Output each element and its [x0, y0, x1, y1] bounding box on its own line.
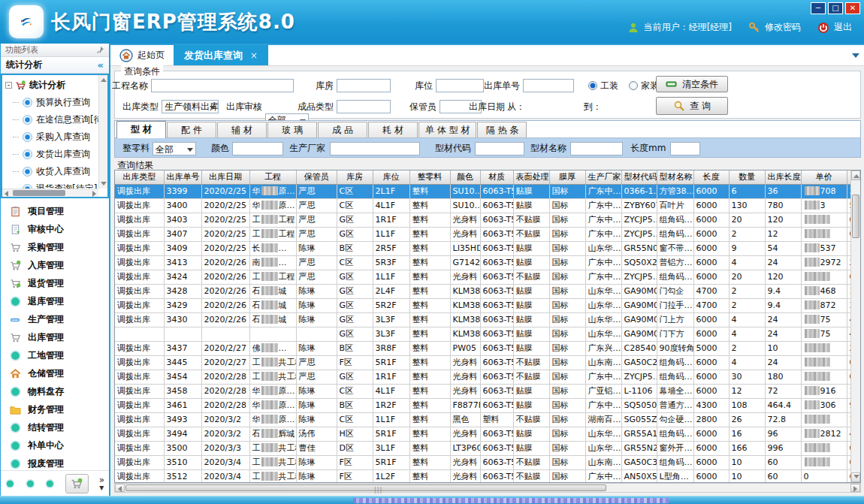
table-row[interactable]: 调拨出库34452020/2/27工共工程严思F区5R1F整料光身料6063-T… — [115, 355, 861, 370]
out-type-select[interactable]: 生产领料出库 — [162, 100, 219, 113]
column-header-color[interactable]: 颜色 — [450, 171, 480, 184]
tree-vertical-scrollbar[interactable] — [98, 75, 107, 189]
column-header-name[interactable]: 型材名称 — [657, 171, 693, 184]
table-row[interactable]: 调拨出库34942020/3/2石辉城汤伟H区5R1F整料光身料6063-T5贴… — [115, 427, 861, 441]
scroll-left-button[interactable] — [115, 484, 125, 492]
profile-code-input[interactable] — [475, 142, 524, 155]
table-row[interactable]: 调拨出库35122020/3/4工共工程陈琳F区1L2F整料光身料6063-T5… — [115, 469, 861, 483]
scroll-down-icon[interactable] — [101, 182, 107, 186]
column-header-type[interactable]: 出库类型 — [115, 171, 164, 184]
column-header-surf[interactable]: 表面处理 — [513, 171, 549, 184]
pin-icon[interactable] — [96, 46, 104, 54]
column-header-qty[interactable]: 数量 — [729, 171, 765, 184]
sidebar-item[interactable]: 补单中心 — [1, 436, 109, 454]
product-type-input[interactable] — [337, 100, 391, 113]
tree-item[interactable]: 预算执行查询 — [5, 94, 107, 111]
sidebar-item[interactable]: 生产管理 — [1, 310, 109, 328]
column-header-wh[interactable]: 库房 — [337, 171, 373, 184]
column-header-date[interactable]: 出库日期 — [201, 171, 249, 184]
column-header-project[interactable]: 工程 — [249, 171, 296, 184]
sidebar-item[interactable]: 出库管理 — [1, 328, 109, 346]
sidebar-item[interactable]: 入库管理 — [1, 256, 109, 274]
column-header-whole[interactable]: 整零料 — [409, 171, 450, 184]
sidebar-item[interactable]: 仓储管理 — [1, 364, 109, 382]
tree-root[interactable]: - 统计分析 — [5, 77, 107, 94]
column-header-factory[interactable]: 生产厂家 — [585, 171, 621, 184]
sidebar-item[interactable]: 项目管理 — [1, 202, 109, 220]
tab-close-icon[interactable]: × — [250, 50, 258, 61]
search-button[interactable]: 查 询 — [656, 97, 728, 115]
material-tab[interactable]: 玻 璃 — [267, 122, 317, 137]
tree-item[interactable]: 发货出库查询 — [5, 146, 107, 163]
order-no-input[interactable] — [523, 79, 574, 92]
table-row[interactable]: 调拨出库34302020/2/26石城陈琳G区3L3F整料KLM38176063… — [115, 312, 861, 327]
table-row[interactable]: 调拨出库34612020/2/28华原…陈琳B区1R2F整料F8877FT606… — [115, 398, 861, 412]
sidebar-item[interactable]: 结转管理 — [1, 418, 109, 436]
horizontal-scroll-thumb[interactable]: ||| — [125, 484, 606, 491]
tree-item[interactable]: 在途信息查询[待 — [5, 111, 107, 128]
table-row[interactable]: 调拨出库35102020/3/4工共工程陈琳F区5R1F整料光身料6063-T5… — [115, 455, 861, 469]
table-horizontal-scrollbar[interactable]: ||| — [114, 483, 861, 493]
table-row[interactable]: 调拨出库35002020/3/3工共工程曹佳D区3L1F整料LT3P606063… — [115, 441, 861, 455]
collapse-icon[interactable]: « — [98, 59, 104, 71]
tree-item[interactable]: 收货入库查询 — [5, 163, 107, 180]
vertical-scroll-thumb[interactable] — [852, 195, 859, 238]
table-row[interactable]: 调拨出库34372020/2/27佛…陈琳B区3R8F整料PW056063-T5… — [115, 341, 861, 355]
sidebar-item[interactable]: 财务管理 — [1, 400, 109, 418]
column-header-code[interactable]: 型材代码 — [621, 171, 657, 184]
sidebar-item[interactable]: 报废管理 — [1, 454, 109, 470]
table-row[interactable]: 调拨出库34282020/2/26石城陈琳G区2L4F整料KLM38176063… — [115, 284, 861, 298]
close-button[interactable]: ✕ — [845, 2, 860, 14]
table-row[interactable]: 调拨出库34002020/2/25华原…严思C区4L1F整料SU10…6063-… — [115, 198, 861, 213]
project-name-input[interactable] — [151, 79, 294, 92]
radio-jiazhuang[interactable]: 家装 — [629, 79, 659, 92]
footer-dot-icon[interactable] — [45, 478, 55, 490]
color-input[interactable] — [232, 142, 283, 155]
scroll-thumb[interactable] — [13, 190, 65, 196]
tree-horizontal-scrollbar[interactable] — [2, 189, 98, 197]
radio-gongzhuang[interactable]: 工装 — [588, 79, 618, 92]
scroll-left-icon[interactable] — [5, 191, 8, 197]
sidebar-item[interactable]: 工地管理 — [1, 346, 109, 364]
footer-dot-icon[interactable] — [26, 478, 35, 490]
maximize-button[interactable]: □ — [828, 2, 843, 14]
tree-expander-icon[interactable]: - — [5, 82, 12, 89]
tab-list-arrow-icon[interactable] — [852, 53, 859, 58]
material-tab[interactable]: 辅 材 — [217, 122, 267, 137]
table-row[interactable]: 调拨出库34292020/2/26石城陈琳G区5R2F整料KLM38176063… — [115, 298, 861, 312]
logout-button[interactable]: 退出 — [817, 21, 852, 34]
scroll-right-icon[interactable] — [92, 191, 96, 197]
minimize-button[interactable]: ─ — [811, 2, 826, 14]
change-password-button[interactable]: 修改密码 — [748, 21, 801, 34]
table-row[interactable]: 调拨出库34242020/2/26工工程严思G区1L1F整料光身料6063-T5… — [115, 270, 861, 284]
table-row[interactable]: 调拨出库34582020/2/28华原…陈琳C区4L1F整料光身料6063-T5… — [115, 384, 861, 398]
sidebar-item[interactable]: 审核中心 — [1, 220, 109, 238]
column-header-no[interactable]: 出库单号 — [164, 171, 201, 184]
table-row[interactable]: 调拨出库34092020/2/25长…陈琳B区2R5F整料LI35HD6063-… — [115, 241, 861, 255]
length-input[interactable] — [670, 142, 700, 155]
column-header-price[interactable]: 单价 — [801, 171, 847, 184]
footer-more-button[interactable]: »▾ — [99, 476, 104, 491]
table-row[interactable]: 调拨出库34932020/3/2华原…陈琳C区1L1F整料黑色塑料不贴膜国标湖南… — [115, 412, 861, 427]
table-row[interactable]: 调拨出库34132020/2/26南…严思C区5R3F整料G714226063-… — [115, 255, 861, 270]
tree-item[interactable]: 退库管理[待定] — [5, 198, 107, 198]
warehouse-input[interactable] — [337, 79, 391, 92]
tab-shipment-query[interactable]: 发货出库查询 × — [174, 45, 268, 65]
table-row[interactable]: 调拨出库34072020/2/25工工程严思G区1L1F整料光身料6063-T5… — [115, 227, 861, 241]
table-row[interactable]: G区3L3F整料KLM38176063-T5贴膜国标山东华…GA90M09.门下… — [115, 327, 861, 341]
stats-group-header[interactable]: 统计分析 « — [1, 57, 109, 74]
material-tab[interactable]: 配 件 — [167, 122, 216, 137]
table-row[interactable]: 调拨出库34542020/2/28工共工程严思G区1R1F整料光身料6063-T… — [115, 370, 861, 384]
table-row[interactable]: 调拨出库33992020/2/25华原…严思C区2L1F整料SU10…6063-… — [115, 184, 861, 198]
tree-item[interactable]: 采购入库查询 — [5, 128, 107, 146]
material-tab[interactable]: 耗 材 — [368, 122, 418, 137]
footer-dot-icon[interactable] — [5, 478, 15, 490]
column-header-loc[interactable]: 库位 — [373, 171, 409, 184]
scroll-right-button[interactable] — [850, 484, 860, 492]
material-tab[interactable]: 单 体 型 材 — [418, 122, 476, 137]
column-header-len[interactable]: 长度 — [693, 171, 729, 184]
column-header-mat[interactable]: 材质 — [480, 171, 513, 184]
clear-conditions-button[interactable]: 清空条件 — [656, 76, 728, 92]
sidebar-item[interactable]: 退库管理 — [1, 292, 109, 310]
sidebar-item[interactable]: 退货管理 — [1, 274, 109, 292]
